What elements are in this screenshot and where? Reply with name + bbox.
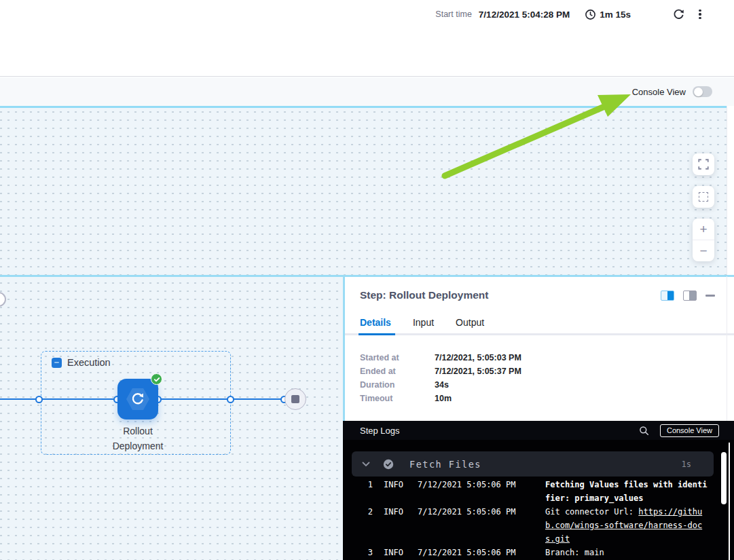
- search-logs-button[interactable]: [639, 426, 649, 436]
- panel-title: Step: Rollout Deployment: [360, 289, 488, 301]
- console-view-toggle[interactable]: [693, 86, 712, 97]
- minimize-panel-button[interactable]: [705, 295, 715, 297]
- zoom-in-button[interactable]: +: [693, 219, 714, 240]
- view-toolbar: Console View: [0, 77, 734, 106]
- detail-row-timeout: Timeout10m: [360, 394, 713, 407]
- clock-icon: [585, 9, 596, 20]
- log-line: 3 INFO 7/12/2021 5:05:06 PM Branch: main: [343, 546, 723, 559]
- tab-separator: [343, 333, 734, 335]
- stop-icon: [291, 395, 299, 403]
- pipeline-end-node[interactable]: [285, 388, 306, 410]
- split-view-right-icon[interactable]: [661, 291, 674, 301]
- log-viewer[interactable]: Fetch Files 1s 1 INFO 7/12/2021 5:05:06 …: [343, 440, 734, 560]
- log-line: 2 INFO 7/12/2021 5:05:06 PM Git connecto…: [343, 505, 723, 546]
- panel-top-border: [0, 275, 734, 277]
- zoom-out-button[interactable]: −: [693, 240, 714, 261]
- zoom-controls: + −: [693, 219, 714, 261]
- elapsed-duration: 1m 15s: [600, 10, 631, 20]
- step-node-label[interactable]: Rollout Deployment: [97, 424, 179, 453]
- right-gutter-line: [727, 276, 727, 421]
- start-time-label: Start time: [435, 10, 472, 19]
- step-details-panel: Step: Rollout Deployment Details Input O…: [343, 276, 734, 560]
- step-logs-bar: Step Logs Console View: [343, 421, 734, 440]
- fit-selection-button[interactable]: [693, 186, 714, 208]
- detail-row-ended: Ended at7/12/2021, 5:05:37 PM: [360, 367, 713, 380]
- log-lines: 1 INFO 7/12/2021 5:05:06 PM Fetching Val…: [343, 478, 723, 559]
- log-group-fetch-files[interactable]: Fetch Files 1s: [352, 451, 714, 477]
- toggle-knob: [694, 88, 703, 96]
- collapse-group-button[interactable]: [52, 358, 62, 368]
- dock-panel-icon[interactable]: [683, 291, 697, 301]
- success-check-badge: [151, 373, 162, 385]
- marquee-icon: [699, 192, 708, 202]
- chevron-down-icon[interactable]: [362, 462, 370, 467]
- kebab-icon: [699, 10, 701, 20]
- log-group-name: Fetch Files: [409, 459, 481, 470]
- more-options-button[interactable]: [692, 6, 708, 22]
- group-success-icon: [383, 459, 394, 470]
- search-icon: [639, 426, 649, 436]
- pipeline-execution-page: Start time 7/12/2021 5:04:28 PM 1m 15s C…: [0, 0, 734, 560]
- start-time-value: 7/12/2021 5:04:28 PM: [479, 10, 570, 20]
- console-view-button[interactable]: Console View: [660, 424, 719, 437]
- log-scrollbar-thumb[interactable]: [721, 452, 727, 504]
- refresh-button[interactable]: [670, 6, 686, 22]
- fullscreen-button[interactable]: [693, 153, 714, 175]
- offscreen-node: [0, 292, 6, 307]
- panel-left-border: [343, 276, 345, 421]
- active-tab-underline: [359, 333, 395, 335]
- execution-group-label: Execution: [67, 357, 111, 368]
- log-line: 1 INFO 7/12/2021 5:05:06 PM Fetching Val…: [343, 478, 723, 505]
- rollout-deployment-step-node[interactable]: [117, 379, 158, 419]
- step-logs-title: Step Logs: [360, 426, 400, 436]
- top-header: Start time 7/12/2021 5:04:28 PM 1m 15s: [0, 0, 734, 77]
- rollout-refresh-icon: [130, 391, 146, 407]
- detail-row-started: Started at7/12/2021, 5:05:03 PM: [360, 353, 713, 367]
- connection-point: [35, 396, 43, 403]
- detail-row-duration: Duration34s: [360, 380, 713, 394]
- console-view-label: Console View: [632, 87, 686, 97]
- log-group-duration: 1s: [682, 460, 691, 469]
- log-scroll-track-edge: [729, 443, 730, 560]
- connection-point: [227, 396, 234, 403]
- fullscreen-icon: [697, 158, 710, 170]
